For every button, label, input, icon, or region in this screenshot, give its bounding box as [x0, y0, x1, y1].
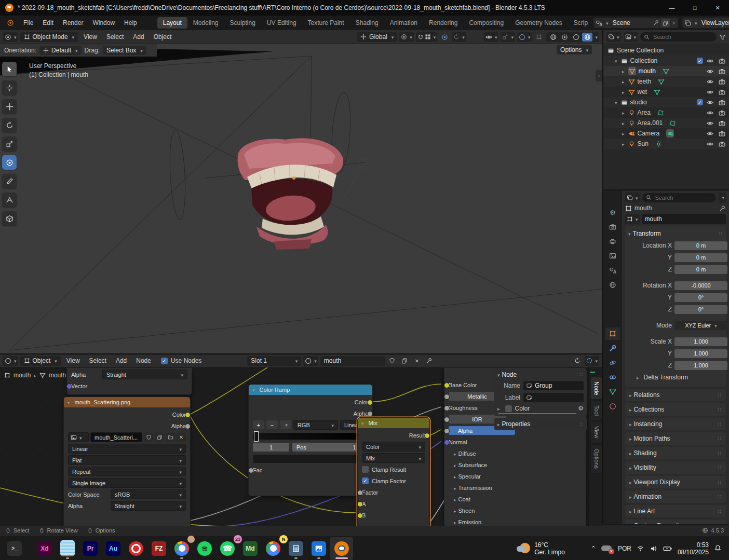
slot-dropdown[interactable]: Slot 1	[247, 356, 301, 366]
tab-modeling[interactable]: Modeling	[187, 17, 224, 29]
scale-y-field[interactable]: 1.000	[674, 349, 727, 358]
blender-menu-icon[interactable]	[6, 19, 16, 26]
image-browse-button[interactable]	[68, 432, 89, 442]
tab-node[interactable]: Node	[590, 377, 602, 400]
editor-type-button[interactable]	[3, 32, 18, 42]
tab-modifier-props[interactable]	[605, 342, 620, 354]
taskbar-adobe-xd[interactable]: Xd	[33, 537, 56, 560]
transform-title[interactable]: Transform	[633, 230, 661, 237]
close-button[interactable]: ✕	[706, 0, 729, 16]
ior-input-socket[interactable]	[444, 417, 450, 422]
vector-input-socket[interactable]	[66, 384, 72, 389]
mix-node[interactable]: Mix Result Color Mix Clamp Result Clamp …	[357, 417, 430, 526]
tab-data-props[interactable]	[605, 386, 620, 398]
mix-blend-dropdown[interactable]: Mix	[362, 453, 425, 463]
transform-collapse-icon[interactable]	[628, 230, 633, 237]
image-node-partial[interactable]: Alpha Straight Vector	[66, 367, 192, 395]
hide-eye-toggle[interactable]	[705, 99, 715, 106]
outliner-row-scene-collection[interactable]: Scene Collection	[603, 45, 729, 56]
unlink-scene-button[interactable]	[672, 19, 676, 26]
alpha-input-socket[interactable]	[444, 428, 450, 434]
taskbar-markdown[interactable]: Md	[239, 537, 262, 560]
outliner-filter-mode[interactable]	[624, 32, 638, 42]
collapse-icon[interactable]	[68, 399, 72, 405]
shading-material-button[interactable]	[571, 33, 581, 42]
tab-view[interactable]: View	[590, 421, 602, 443]
node-name-field[interactable]: Group	[523, 381, 584, 390]
taskbar-spotify[interactable]	[193, 537, 216, 560]
annotate-tool[interactable]	[2, 174, 17, 188]
gizmo-dropdown[interactable]	[501, 32, 515, 42]
hide-eye-toggle[interactable]	[705, 89, 715, 95]
volume-icon[interactable]	[650, 545, 657, 552]
tab-material-props[interactable]	[605, 400, 620, 413]
tab-physics-props[interactable]	[605, 357, 620, 369]
tab-geometry-nodes[interactable]: Geometry Nodes	[509, 17, 568, 29]
taskbar-blender[interactable]	[330, 537, 353, 560]
collection-exclude-checkbox[interactable]	[697, 99, 703, 105]
filter-funnel-icon[interactable]	[719, 34, 726, 40]
node-color-checkbox[interactable]	[505, 405, 512, 412]
snapping-controls[interactable]	[416, 32, 438, 42]
render-camera-toggle[interactable]	[717, 110, 727, 116]
properties-options-dropdown[interactable]	[719, 193, 726, 202]
factor-input-socket[interactable]	[357, 490, 363, 496]
shading-solid-button[interactable]	[559, 33, 570, 42]
extension-dropdown[interactable]: Repeat	[68, 467, 186, 476]
outliner-row-mouth[interactable]: mouth	[603, 66, 729, 76]
mix-type-dropdown[interactable]: Color	[362, 442, 425, 452]
hide-eye-toggle[interactable]	[705, 68, 715, 75]
alpha-mode-dropdown[interactable]: Straight	[111, 501, 186, 511]
taskbar-audition[interactable]: Au	[102, 537, 125, 560]
image-fake-user-button[interactable]	[144, 433, 153, 442]
tab-viewlayer-props[interactable]	[605, 250, 620, 262]
tab-texture-paint[interactable]: Texture Paint	[302, 17, 350, 29]
menu-help[interactable]: Help	[119, 17, 142, 29]
tab-scene-props[interactable]	[605, 264, 620, 277]
tab-animation[interactable]: Animation	[384, 17, 423, 29]
tab-object-props[interactable]	[605, 327, 620, 340]
section-emission[interactable]: Emission	[458, 519, 482, 525]
mode-selector[interactable]: Object Mode	[20, 32, 78, 42]
hide-eye-toggle[interactable]	[705, 130, 715, 137]
roughness-input-socket[interactable]	[444, 405, 450, 411]
ramp-tools-dropdown[interactable]	[280, 420, 291, 429]
orientation-dropdown[interactable]: Default	[39, 46, 82, 55]
panel-animation[interactable]: Animation	[625, 490, 726, 503]
render-camera-toggle[interactable]	[717, 99, 727, 106]
object-name-field[interactable]: mouth	[642, 214, 726, 224]
clamp-result-checkbox[interactable]	[362, 466, 369, 473]
outliner-row-collection[interactable]: Collection	[603, 56, 729, 66]
transform-tool[interactable]	[2, 155, 17, 170]
taskbar-weather[interactable]: 16°C Ger. Limpo	[517, 541, 565, 556]
menu-render[interactable]: Render	[58, 17, 88, 29]
copy-material-button[interactable]	[399, 357, 410, 365]
viewlayer-selector[interactable]: ViewLayer	[682, 18, 729, 28]
outliner-row-sun[interactable]: Sun	[603, 139, 729, 149]
taskbar-calculator[interactable]	[285, 537, 307, 560]
ramp-gradient-bar[interactable]	[253, 433, 368, 440]
hide-eye-toggle[interactable]	[705, 110, 715, 116]
source-dropdown[interactable]: Single Image	[68, 478, 186, 488]
tab-world-props[interactable]	[605, 279, 620, 291]
stop-index-field[interactable]: 1	[253, 443, 289, 452]
options-dropdown[interactable]: Options	[557, 45, 592, 54]
image-open-button[interactable]	[166, 433, 175, 442]
panel-shading[interactable]: Shading	[625, 447, 726, 459]
breadcrumb-mesh[interactable]: mouth	[49, 372, 66, 379]
a-input-socket[interactable]	[357, 501, 363, 507]
use-nodes-checkbox[interactable]	[161, 358, 168, 364]
hide-eye-toggle[interactable]	[705, 141, 715, 147]
render-camera-toggle[interactable]	[717, 58, 727, 64]
sidebar-toggle-arrow[interactable]: ‹	[596, 70, 602, 81]
taskbar-terminal[interactable]: >_	[3, 537, 26, 560]
properties-filter-button[interactable]	[625, 193, 640, 202]
taskbar-clock[interactable]: 0:53 08/10/2025	[678, 541, 709, 556]
section-transmission[interactable]: Transmission	[458, 485, 492, 491]
object-browse-button[interactable]	[625, 214, 640, 224]
proportional-edit-button[interactable]	[439, 33, 450, 42]
properties-panel-title[interactable]: Properties	[502, 420, 531, 428]
scene-selector[interactable]: Scene	[593, 18, 678, 28]
overlays-dropdown[interactable]	[517, 32, 532, 42]
properties-search-input[interactable]	[654, 194, 713, 201]
